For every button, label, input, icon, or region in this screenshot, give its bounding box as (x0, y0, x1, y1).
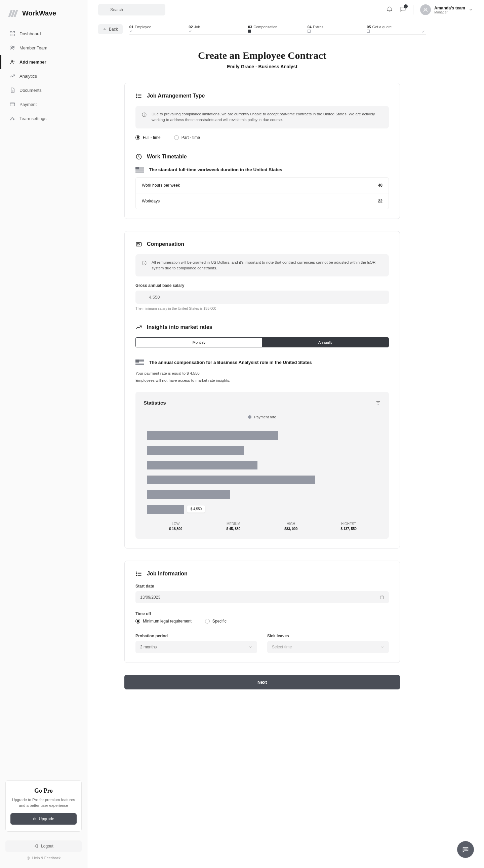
axis-item: LOW$ 18,800 (147, 522, 205, 531)
svg-point-4 (11, 46, 12, 48)
chat-fab[interactable] (457, 841, 474, 858)
radio-min-legal[interactable]: Minimum legal requirement (135, 619, 192, 623)
stepper-step-extras[interactable]: 04Extras (308, 24, 367, 35)
axis-item: HIGHEST$ 137, 550 (320, 522, 378, 531)
add-user-icon (9, 59, 15, 65)
back-button[interactable]: Back (98, 24, 123, 34)
svg-point-13 (11, 117, 13, 119)
sidebar-item-team-settings[interactable]: Team settings (0, 111, 87, 125)
radio-specific[interactable]: Specific (205, 619, 227, 623)
radio-icon (205, 619, 210, 623)
svg-rect-46 (380, 596, 383, 599)
svg-point-6 (11, 60, 13, 62)
svg-point-26 (136, 95, 137, 96)
card-icon (9, 101, 15, 107)
user-role: Manager (434, 10, 465, 14)
stats-title: Statistics (143, 400, 166, 406)
sidebar-item-label: Member Team (20, 45, 47, 51)
bell-icon (386, 6, 393, 12)
tab-monthly[interactable]: Monthly (136, 338, 262, 347)
probation-select[interactable]: 2 months (135, 641, 257, 653)
messages-button[interactable]: 0 (400, 6, 406, 14)
bar-tooltip: $ 4,550 (187, 505, 205, 513)
svg-point-20 (424, 8, 426, 10)
section-title: Job Information (147, 571, 188, 577)
calendar-icon (380, 595, 384, 600)
field-label: Time off (135, 611, 389, 616)
svg-rect-11 (10, 103, 15, 106)
wallet-icon (135, 241, 142, 248)
compensation-card: Compensation All remuneration will be gr… (124, 231, 400, 549)
user-menu[interactable]: Amanda's team Manager (420, 4, 473, 15)
radio-icon (174, 135, 179, 140)
help-link[interactable]: Help & Feedback (0, 854, 87, 862)
stepper-step-job[interactable]: 02Job (189, 24, 248, 35)
search-input[interactable] (98, 4, 165, 16)
radio-label: Part - time (182, 135, 200, 140)
radio-label: Minimum legal requirement (143, 619, 192, 623)
stepper-step-quote[interactable]: 05Get a quote (367, 24, 426, 35)
field-label: Start date (135, 584, 389, 589)
start-date-input[interactable]: 13/09/2023 (135, 591, 389, 603)
info-icon (141, 260, 147, 266)
help-label: Help & Feedback (32, 856, 61, 860)
upgrade-button[interactable]: Upgrade (10, 813, 77, 825)
bar (147, 446, 378, 455)
sidebar-item-label: Documents (20, 88, 42, 93)
section-title: Insights into market rates (147, 324, 213, 330)
stats-box: Statistics Payment rate $ 4,550 LOW$ 18,… (135, 392, 389, 539)
radio-icon (135, 135, 140, 140)
bar (147, 431, 378, 440)
salary-input[interactable] (135, 290, 389, 304)
rate-line: Your payment rate is equal to $ 4,550 (135, 370, 389, 377)
rate-line: Employees will not have access to market… (135, 377, 389, 384)
check-icon (189, 29, 192, 33)
sidebar-item-payment[interactable]: Payment (0, 97, 87, 111)
clock-icon (135, 153, 142, 160)
stepper: 01Employee 02Job 03Compensation 04Extras (129, 24, 426, 35)
svg-point-50 (464, 849, 465, 849)
svg-point-27 (136, 97, 137, 98)
sidebar-item-member-team[interactable]: Member Team (0, 41, 87, 55)
filter-icon[interactable] (376, 400, 381, 406)
info-box: Due to prevailing compliance limitations… (135, 106, 389, 128)
gopro-title: Go Pro (10, 787, 77, 794)
select-placeholder: Select time (272, 645, 292, 649)
radio-full-time[interactable]: Full - time (135, 135, 161, 140)
notifications-button[interactable] (386, 6, 393, 14)
sidebar-item-analytics[interactable]: Analytics (0, 69, 87, 83)
sidebar-item-label: Payment (20, 102, 37, 107)
chevron-down-icon (469, 7, 473, 12)
sidebar-item-dashboard[interactable]: Dashboard (0, 27, 87, 41)
logo: WorkWave (0, 9, 87, 27)
stepper-step-compensation[interactable]: 03Compensation (248, 24, 308, 35)
info-icon (141, 112, 147, 117)
sub-label: The standard full-time workweek duration… (149, 167, 282, 172)
avatar (420, 4, 431, 15)
tab-annually[interactable]: Annually (262, 338, 389, 347)
sidebar-item-add-member[interactable]: Add member (0, 55, 87, 69)
step-pending-icon (367, 30, 370, 33)
users-icon (9, 45, 15, 51)
row-value: 22 (378, 199, 383, 204)
radio-part-time[interactable]: Part - time (174, 135, 200, 140)
axis-item: HIGH$83, 000 (262, 522, 320, 531)
message-badge: 0 (404, 4, 408, 8)
sidebar-item-documents[interactable]: Documents (0, 83, 87, 97)
table-row: Workdays 22 (136, 193, 389, 209)
sick-leave-select[interactable]: Select time (267, 641, 389, 653)
page-title: Create an Employee Contract (98, 50, 426, 61)
field-label: Sick leaves (267, 633, 389, 638)
select-value: 2 months (140, 645, 157, 649)
svg-point-5 (13, 46, 14, 48)
stepper-step-employee[interactable]: 01Employee (129, 24, 189, 35)
arrangement-card: Job Arrangement Type Due to prevailing c… (124, 83, 400, 219)
document-icon (9, 87, 15, 93)
sidebar-nav: Dashboard Member Team Add member Analyti… (0, 27, 87, 125)
crown-icon (33, 817, 37, 821)
info-box: All remuneration will be granted in US D… (135, 254, 389, 277)
salary-help-text: The minimum salary in the United States … (135, 306, 389, 310)
svg-rect-2 (10, 34, 12, 36)
logout-button[interactable]: Logout (5, 840, 82, 852)
next-button[interactable]: Next (124, 675, 400, 689)
